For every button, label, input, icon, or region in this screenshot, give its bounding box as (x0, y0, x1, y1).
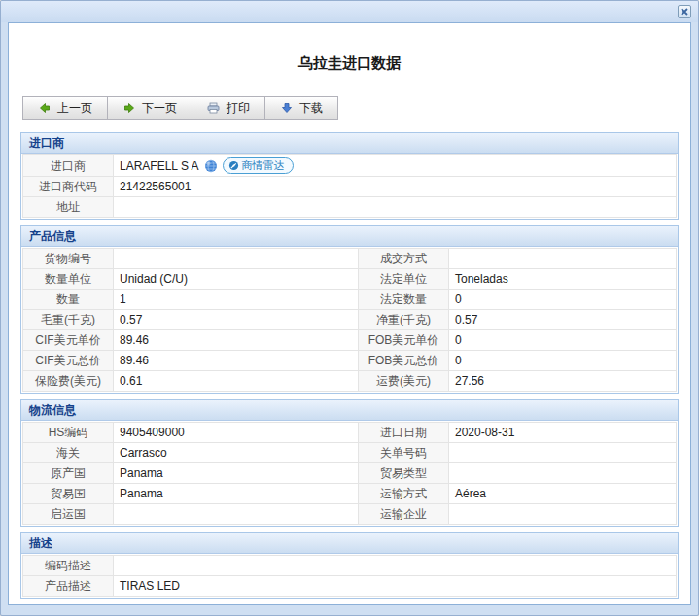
field-label: 原产国 (23, 463, 114, 484)
download-button[interactable]: 下载 (264, 96, 338, 120)
field-value: Panama (114, 463, 359, 484)
print-button[interactable]: 打印 (192, 96, 265, 120)
field-value (449, 504, 677, 525)
table-row: 贸易国 Panama 运输方式 Aérea (23, 484, 677, 504)
field-value (449, 249, 677, 269)
section-description: 描述 编码描述 产品描述 TIRAS LED (20, 532, 679, 599)
field-value: 9405409000 (114, 423, 359, 443)
description-section-header: 描述 (21, 533, 678, 554)
field-label: 法定数量 (359, 290, 449, 310)
table-row: 进口商代码 21422565001 (23, 177, 677, 197)
field-label: 海关 (23, 443, 114, 463)
field-label: 运输方式 (359, 484, 449, 504)
table-row: 货物编号 成交方式 (23, 249, 677, 269)
close-x-glyph (681, 8, 688, 16)
window-bottom-frame (1, 605, 698, 615)
field-value: 89.46 (114, 330, 359, 351)
field-value: 0 (449, 330, 677, 351)
field-value: Panama (114, 484, 359, 504)
field-value: Aérea (449, 484, 677, 504)
next-page-label: 下一页 (142, 101, 177, 115)
print-label: 打印 (227, 101, 250, 115)
field-label: 产品描述 (23, 576, 114, 597)
field-label: 净重(千克) (359, 310, 449, 330)
section-product-info: 产品信息 货物编号 成交方式 数量单位 Unidad (C/U) 法定单位 To… (20, 225, 679, 394)
field-value: Carrasco (114, 443, 359, 463)
field-label: 成交方式 (359, 249, 449, 269)
field-value (449, 463, 677, 484)
field-label: 地址 (23, 197, 114, 218)
field-value: 0 (449, 351, 677, 371)
field-label: 进口商 (23, 155, 114, 177)
table-row: CIF美元总价 89.46 FOB美元总价 0 (23, 351, 677, 371)
field-label: 数量单位 (23, 269, 114, 290)
business-radar-badge[interactable]: 商情雷达 (223, 157, 294, 174)
globe-icon[interactable] (204, 159, 218, 173)
importer-section-header: 进口商 (21, 133, 678, 154)
field-label: 数量 (23, 290, 114, 310)
download-label: 下载 (299, 101, 323, 115)
field-value: LARAFELL S A (114, 155, 677, 177)
table-row: 进口商 LARAFELL S A (23, 155, 677, 177)
table-row: 地址 (23, 197, 677, 218)
table-row: 海关 Carrasco 关单号码 (23, 443, 677, 463)
field-label: 运费(美元) (359, 371, 449, 392)
field-value (114, 249, 359, 269)
field-value: 21422565001 (114, 177, 677, 197)
window-body: 乌拉圭进口数据 上一页 下一页 (8, 22, 691, 605)
field-label: HS编码 (23, 423, 114, 443)
field-value (114, 197, 677, 218)
import-data-window: 乌拉圭进口数据 上一页 下一页 (0, 0, 699, 616)
toolbar: 上一页 下一页 打印 (22, 96, 690, 120)
field-value: 89.46 (114, 351, 359, 371)
table-row: 原产国 Panama 贸易类型 (23, 463, 677, 484)
field-label: 贸易国 (23, 484, 114, 504)
arrow-down-icon (280, 102, 293, 115)
field-label: 进口日期 (359, 423, 449, 443)
section-importer: 进口商 进口商 LARAFELL S A (20, 132, 679, 220)
field-value: 0.57 (114, 310, 359, 330)
field-value: 27.56 (449, 371, 677, 392)
field-value: Toneladas (449, 269, 677, 290)
field-label: 进口商代码 (23, 177, 114, 197)
table-row: 编码描述 (23, 556, 677, 576)
field-value (114, 556, 677, 576)
importer-table: 进口商 LARAFELL S A (22, 154, 677, 218)
prev-page-button[interactable]: 上一页 (22, 96, 108, 120)
field-label: 关单号码 (359, 443, 449, 463)
arrow-left-icon (38, 102, 51, 115)
field-label: 毛重(千克) (23, 310, 114, 330)
field-value: 0 (449, 290, 677, 310)
page-title: 乌拉圭进口数据 (9, 54, 690, 73)
next-page-button[interactable]: 下一页 (107, 96, 192, 120)
table-row: 毛重(千克) 0.57 净重(千克) 0.57 (23, 310, 677, 330)
table-row: 数量 1 法定数量 0 (23, 290, 677, 310)
field-value: 0.61 (114, 371, 359, 392)
field-value: 0.57 (449, 310, 677, 330)
table-row: 保险费(美元) 0.61 运费(美元) 27.56 (23, 371, 677, 392)
radar-icon (228, 160, 239, 171)
data-sections: 进口商 进口商 LARAFELL S A (20, 132, 679, 599)
section-logistics-info: 物流信息 HS编码 9405409000 进口日期 2020-08-31 海关 … (20, 399, 679, 527)
product-table: 货物编号 成交方式 数量单位 Unidad (C/U) 法定单位 Tonelad… (22, 248, 677, 392)
field-label: 编码描述 (23, 556, 114, 576)
table-row: 启运国 运输企业 (23, 504, 677, 525)
field-label: 运输企业 (359, 504, 449, 525)
arrow-right-icon (122, 102, 135, 115)
field-value (449, 443, 677, 463)
field-label: 启运国 (23, 504, 114, 525)
logistics-section-header: 物流信息 (21, 400, 678, 421)
field-label: FOB美元总价 (359, 351, 449, 371)
field-value (114, 504, 359, 525)
field-value: 1 (114, 290, 359, 310)
field-value: Unidad (C/U) (114, 269, 359, 290)
importer-name: LARAFELL S A (120, 158, 199, 174)
field-label: 法定单位 (359, 269, 449, 290)
description-table: 编码描述 产品描述 TIRAS LED (22, 555, 677, 597)
table-row: HS编码 9405409000 进口日期 2020-08-31 (23, 423, 677, 443)
field-value: 2020-08-31 (449, 423, 677, 443)
close-icon[interactable] (678, 5, 691, 18)
field-label: FOB美元单价 (359, 330, 449, 351)
table-row: CIF美元单价 89.46 FOB美元单价 0 (23, 330, 677, 351)
printer-icon (207, 102, 220, 115)
